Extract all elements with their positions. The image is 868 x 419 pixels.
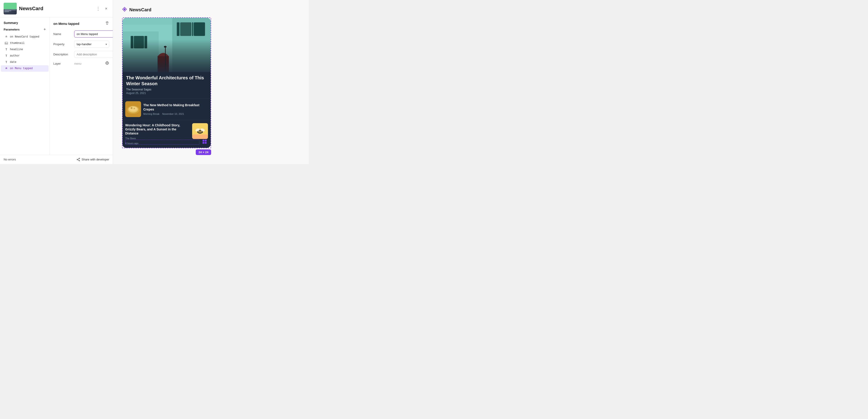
panel-content: Summary Parameters + on NewsCard tapped <box>0 18 113 155</box>
crepes-date: November 10, 2021 <box>162 112 184 115</box>
param-item-on-menu-tapped[interactable]: on Menu tapped <box>1 65 49 72</box>
crepes-info: The New Method to Making Breakfast Crepe… <box>141 103 208 115</box>
param-name-date: date <box>10 61 17 64</box>
param-item-thumbnail[interactable]: thumbnail <box>1 40 49 46</box>
size-badge: 24 × 24 <box>196 150 211 155</box>
panel-header: NewsCard ⋮ × <box>0 0 113 18</box>
svg-rect-41 <box>198 132 202 133</box>
relay-icon <box>122 7 127 13</box>
svg-point-5 <box>106 62 108 64</box>
share-label: Share with developer <box>82 158 109 161</box>
parameters-label: Parameters <box>4 28 20 31</box>
component-name: NewsCard <box>19 6 43 11</box>
name-input[interactable] <box>74 31 113 37</box>
property-label: Property <box>53 42 71 46</box>
bees-text: Wondering Hour: A Childhood Story, Grizz… <box>125 123 190 140</box>
text-icon-date: T <box>4 60 8 64</box>
share-with-developer-button[interactable]: Share with developer <box>76 158 109 161</box>
right-panel: NewsCard <box>113 0 309 164</box>
hero-image <box>123 18 211 72</box>
tap-icon <box>4 35 8 39</box>
detail-panel: on Menu tapped Name Property tap-handler <box>50 18 113 155</box>
image-icon <box>4 41 8 45</box>
hero-title: The Wonderful Architectures of This Wint… <box>126 75 207 87</box>
param-name-menu-tapped: on Menu tapped <box>10 67 33 70</box>
params-header: Parameters + <box>0 27 50 34</box>
panel-footer: No errors Share with developer <box>0 155 113 164</box>
text-icon-author: T <box>4 54 8 58</box>
svg-point-36 <box>133 108 135 109</box>
panel-header-left: NewsCard <box>4 3 43 14</box>
svg-rect-30 <box>123 18 211 72</box>
description-field-row: Description <box>53 51 109 58</box>
left-panel: NewsCard ⋮ × Summary Parameters + <box>0 0 113 164</box>
param-item-on-newscard-tapped[interactable]: on NewsCard tapped <box>1 34 49 40</box>
hero-content: The Wonderful Architectures of This Wint… <box>123 72 211 98</box>
hero-author: The Seasonal Sagas <box>126 88 207 91</box>
param-name-author: author <box>10 54 20 57</box>
preview-header: NewsCard <box>122 7 300 13</box>
name-field-row: Name <box>53 31 109 37</box>
svg-point-4 <box>106 62 109 65</box>
share-icon <box>76 158 80 161</box>
name-label: Name <box>53 32 71 36</box>
close-button[interactable]: × <box>103 5 109 12</box>
property-field-row: Property tap-handler long-press-handler … <box>53 41 109 48</box>
hero-date: August 25, 2021 <box>126 92 207 95</box>
svg-point-10 <box>79 158 80 159</box>
detail-title: on Menu tapped <box>53 22 79 26</box>
svg-point-34 <box>129 107 137 111</box>
property-select[interactable]: tap-handler long-press-handler swipe-han… <box>74 41 109 48</box>
text-icon-headline: T <box>4 48 8 51</box>
grid-icon <box>203 140 209 146</box>
params-sidebar: Summary Parameters + on NewsCard tapped <box>0 18 50 155</box>
tap-icon-menu <box>4 67 8 70</box>
preview-canvas: The Wonderful Architectures of This Wint… <box>122 18 211 148</box>
property-select-wrapper: tap-handler long-press-handler swipe-han… <box>74 41 109 48</box>
newscard-component: The Wonderful Architectures of This Wint… <box>123 18 211 148</box>
crepes-title: The New Method to Making Breakfast Crepe… <box>143 103 208 111</box>
svg-rect-1 <box>5 42 8 44</box>
preview-title: NewsCard <box>129 7 151 12</box>
svg-line-14 <box>78 160 79 160</box>
bees-source: The Bees <box>125 137 190 140</box>
article-hero: The Wonderful Architectures of This Wint… <box>123 18 211 98</box>
summary-title: Summary <box>0 21 50 27</box>
param-item-author[interactable]: T author <box>1 53 49 59</box>
svg-point-12 <box>77 159 78 160</box>
bees-time: 4 hours ago <box>125 142 208 144</box>
header-menu-button[interactable]: ⋮ <box>94 5 102 12</box>
article-bees: Wondering Hour: A Childhood Story, Grizz… <box>123 120 211 148</box>
description-input[interactable] <box>74 51 113 58</box>
bees-title: Wondering Hour: A Childhood Story, Grizz… <box>125 123 190 136</box>
bees-thumbnail <box>192 123 208 139</box>
crepes-meta: Morning Break November 10, 2021 <box>143 112 208 115</box>
layer-value: menu <box>74 62 102 65</box>
param-item-headline[interactable]: T headline <box>1 46 49 53</box>
description-label: Description <box>53 53 71 56</box>
param-item-date[interactable]: T date <box>1 59 49 65</box>
svg-line-13 <box>78 158 79 159</box>
add-parameter-button[interactable]: + <box>43 27 46 31</box>
svg-point-2 <box>6 43 6 43</box>
svg-point-11 <box>79 160 80 161</box>
article-crepes: The New Method to Making Breakfast Crepe… <box>123 98 211 120</box>
layer-label: Layer <box>53 62 71 65</box>
delete-button[interactable] <box>105 21 109 26</box>
param-name-thumbnail: thumbnail <box>10 41 25 45</box>
crepes-source: Morning Break <box>143 112 160 115</box>
layer-field-row: Layer menu <box>53 61 109 66</box>
param-name-headline: headline <box>10 48 23 51</box>
detail-header: on Menu tapped <box>53 21 109 26</box>
svg-point-35 <box>131 107 132 109</box>
crepes-thumbnail <box>125 101 141 117</box>
param-name-newscard-tapped: on NewsCard tapped <box>10 35 39 38</box>
svg-rect-44 <box>192 134 208 139</box>
component-thumbnail <box>4 3 17 14</box>
no-errors-label: No errors <box>4 158 16 161</box>
target-layer-button[interactable] <box>105 61 109 66</box>
